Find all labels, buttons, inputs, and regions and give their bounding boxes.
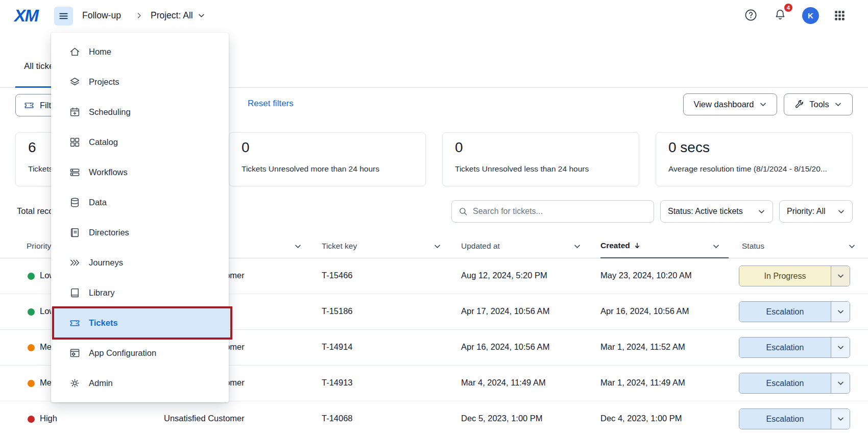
catalog-icon — [68, 136, 81, 149]
priority-dot — [28, 273, 35, 280]
status-badge[interactable]: Escalation — [739, 337, 850, 358]
breadcrumb-project-dropdown[interactable]: Project: All — [151, 10, 205, 21]
chevron-down-icon — [758, 208, 765, 215]
top-bar: XM Follow-up Project: All 4 K — [0, 0, 868, 32]
menu-item-tickets[interactable]: Tickets — [51, 308, 229, 338]
tickets-icon — [68, 317, 81, 329]
updated-at-cell: Mar 4, 2024, 11:49 AM — [461, 378, 546, 388]
status-badge[interactable]: In Progress — [739, 266, 850, 286]
menu-item-journeys[interactable]: Journeys — [51, 248, 229, 278]
chevron-down-icon[interactable] — [712, 243, 720, 250]
menu-item-label: Catalog — [89, 137, 118, 147]
nav-menu: HomeProjectsSchedulingCatalogWorkflowsDa… — [51, 33, 229, 402]
apps-grid-icon[interactable] — [833, 9, 846, 22]
data-icon — [68, 197, 81, 209]
menu-item-projects[interactable]: Projects — [51, 67, 229, 97]
menu-item-label: Home — [89, 47, 111, 57]
chevron-down-icon[interactable] — [848, 243, 856, 250]
menu-item-label: Tickets — [89, 318, 118, 328]
menu-item-label: Library — [89, 288, 114, 298]
status-label: In Progress — [739, 266, 831, 286]
menu-item-library[interactable]: Library — [51, 278, 229, 308]
created-at-cell: Mar 1, 2024, 11:49 AM — [600, 378, 685, 388]
column-header-status[interactable]: Status — [742, 242, 764, 251]
menu-item-app-configuration[interactable]: App Configuration — [51, 338, 229, 368]
status-label: Escalation — [739, 337, 831, 357]
chevron-down-icon[interactable] — [831, 266, 850, 286]
priority-filter-dropdown[interactable]: Priority: All — [779, 200, 853, 223]
priority-dot — [28, 416, 35, 423]
updated-at-cell: Apr 16, 2024, 10:56 AM — [461, 342, 549, 352]
priority-dot — [28, 344, 35, 351]
priority-filter-label: Priority: All — [787, 207, 826, 216]
column-header-ticket-key[interactable]: Ticket key — [322, 242, 357, 251]
ticket-icon — [23, 100, 35, 111]
menu-item-label: Workflows — [89, 167, 128, 177]
directories-icon — [68, 227, 81, 239]
global-nav-menu-button[interactable] — [54, 7, 73, 26]
menu-item-scheduling[interactable]: Scheduling — [51, 97, 229, 127]
stat-card-unresolved-more-24h: 0 Tickets Unresolved more than 24 hours — [229, 132, 426, 186]
menu-item-label: Data — [89, 198, 107, 207]
chevron-down-icon[interactable] — [831, 409, 850, 429]
view-dashboard-label: View dashboard — [693, 100, 754, 109]
menu-item-catalog[interactable]: Catalog — [51, 127, 229, 157]
search-box — [451, 200, 654, 223]
project-label: Project: All — [151, 10, 193, 21]
home-icon — [68, 46, 81, 58]
priority-dot — [28, 308, 35, 316]
status-label: Escalation — [739, 302, 831, 322]
hamburger-icon — [58, 11, 69, 21]
search-input[interactable] — [473, 207, 647, 216]
column-header-priority[interactable]: Priority — [27, 242, 51, 251]
ticket-key-cell: T-15466 — [322, 271, 353, 280]
column-header-created[interactable]: Created — [600, 241, 641, 250]
column-header-updated-at[interactable]: Updated at — [461, 242, 500, 251]
chevron-down-icon[interactable] — [831, 302, 850, 322]
reset-filters-link[interactable]: Reset filters — [248, 99, 294, 109]
table-row[interactable]: HighUnsatisfied CustomerT-14068Dec 5, 20… — [0, 401, 868, 434]
breadcrumb-section[interactable]: Follow-up — [82, 10, 121, 21]
menu-item-directories[interactable]: Directories — [51, 218, 229, 248]
stat-card-avg-resolution-time: 0 secs Average resolution time (8/1/2024… — [656, 132, 853, 186]
stat-label: Tickets Unresolved less than 24 hours — [455, 164, 626, 174]
chevron-down-icon — [759, 101, 767, 108]
menu-item-admin[interactable]: Admin — [51, 368, 229, 398]
avatar[interactable]: K — [802, 7, 819, 24]
help-button[interactable] — [744, 8, 758, 22]
menu-item-data[interactable]: Data — [51, 187, 229, 218]
stat-card-unresolved-less-24h: 0 Tickets Unresolved less than 24 hours — [442, 132, 639, 186]
ticket-key-cell: T-14068 — [322, 414, 353, 423]
menu-item-workflows[interactable]: Workflows — [51, 157, 229, 187]
status-badge[interactable]: Escalation — [739, 301, 850, 322]
app-configuration-icon — [68, 347, 81, 359]
chevron-down-icon[interactable] — [831, 337, 850, 357]
chevron-down-icon[interactable] — [831, 373, 850, 393]
tools-label: Tools — [809, 100, 829, 109]
status-badge[interactable]: Escalation — [739, 373, 850, 394]
chevron-down-icon[interactable] — [294, 243, 302, 250]
menu-item-label: App Configuration — [89, 348, 156, 358]
view-dashboard-button[interactable]: View dashboard — [683, 93, 777, 115]
status-badge[interactable]: Escalation — [739, 408, 850, 429]
menu-item-label: Journeys — [89, 258, 123, 268]
menu-item-label: Projects — [89, 77, 119, 87]
tools-button[interactable]: Tools — [784, 93, 853, 115]
status-filter-dropdown[interactable]: Status: Active tickets — [660, 200, 773, 223]
menu-item-home[interactable]: Home — [51, 37, 229, 67]
status-label: Escalation — [739, 409, 831, 429]
admin-icon — [68, 377, 81, 390]
library-icon — [68, 287, 81, 299]
wrench-icon — [794, 100, 804, 109]
menu-item-label: Directories — [89, 228, 129, 237]
stat-label: Average resolution time (8/1/2024 - 8/15… — [668, 164, 840, 174]
tickets-page: All tickets Filter Reset filters View da… — [0, 0, 868, 434]
journeys-icon — [68, 257, 81, 269]
chevron-down-icon[interactable] — [573, 243, 581, 250]
chevron-down-icon[interactable] — [433, 243, 441, 250]
chevron-down-icon — [837, 208, 845, 215]
search-icon — [459, 207, 468, 216]
stat-label: Tickets Unresolved more than 24 hours — [242, 164, 413, 174]
updated-at-cell: Aug 12, 2024, 5:20 PM — [461, 271, 547, 280]
stat-value: 0 secs — [668, 139, 840, 156]
